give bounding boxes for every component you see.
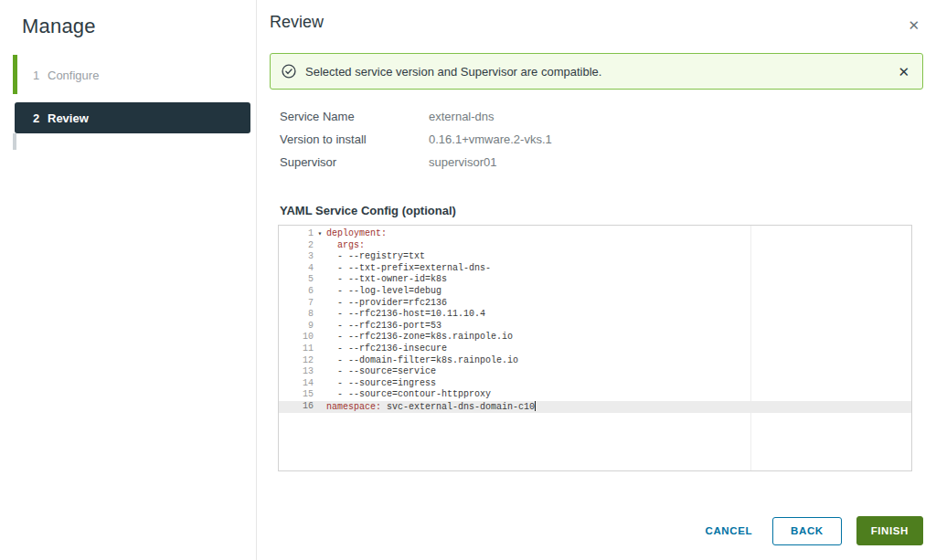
summary-fields: Service Name external-dns Version to ins… <box>280 105 923 174</box>
code-line[interactable]: 16namespace: svc-external-dns-domain-c10 <box>279 401 911 413</box>
fold-spacer <box>314 332 326 343</box>
yaml-value: svc-external-dns-domain-c10 <box>381 402 535 412</box>
step-rail-stub <box>13 133 16 150</box>
code-text: deployment: <box>326 228 911 240</box>
yaml-value: - --rfc2136-zone=k8s.rainpole.io <box>326 332 513 342</box>
code-line[interactable]: 8 - --rfc2136-host=10.11.10.4 <box>279 309 911 321</box>
code-text: - --domain-filter=k8s.rainpole.io <box>326 355 911 367</box>
step-number: 1 <box>33 69 48 82</box>
step-number: 2 <box>33 111 48 125</box>
code-text: - --rfc2136-zone=k8s.rainpole.io <box>326 332 911 343</box>
yaml-indent <box>326 240 337 250</box>
line-number: 12 <box>279 355 314 367</box>
wizard-steps: 1 Configure 2 Review <box>0 55 256 150</box>
wizard-sidebar: Manage 1 Configure 2 Review <box>0 0 257 560</box>
yaml-value: - --rfc2136-host=10.11.10.4 <box>326 309 485 319</box>
code-text: - --txt-prefix=external-dns- <box>326 263 911 275</box>
field-label: Version to install <box>280 132 429 146</box>
yaml-value: - --source=ingress <box>326 378 436 388</box>
field-value: 0.16.1+vmware.2-vks.1 <box>429 132 552 146</box>
fold-spacer <box>314 309 326 321</box>
yaml-key: namespace: <box>326 402 381 412</box>
line-number: 13 <box>279 366 314 378</box>
code-line[interactable]: 15 - --source=contour-httpproxy <box>279 389 911 401</box>
step-item-review[interactable]: 2 Review <box>15 102 250 133</box>
code-line[interactable]: 13 - --source=service <box>279 366 911 378</box>
page-title: Review <box>270 13 324 32</box>
yaml-value: - --source=contour-httpproxy <box>326 389 491 399</box>
line-number: 2 <box>279 240 314 252</box>
yaml-code-lines: 1▾deployment:2 args:3 - --registry=txt4 … <box>279 228 911 413</box>
field-row-version: Version to install 0.16.1+vmware.2-vks.1 <box>280 128 923 151</box>
alert-message: Selected service version and Supervisor … <box>305 65 894 79</box>
line-number: 5 <box>279 274 314 286</box>
code-text: - --txt-owner-id=k8s <box>326 274 911 286</box>
yaml-value: - --rfc2136-insecure <box>326 343 447 354</box>
text-caret <box>535 401 536 411</box>
code-text: - --source=ingress <box>326 378 911 390</box>
fold-spacer <box>314 366 326 378</box>
field-value: supervisor01 <box>429 155 496 169</box>
fold-caret-icon[interactable]: ▾ <box>314 228 326 240</box>
code-line[interactable]: 1▾deployment: <box>279 228 911 240</box>
code-text: - --rfc2136-port=53 <box>326 321 911 333</box>
code-line[interactable]: 3 - --registry=txt <box>279 251 911 263</box>
code-line[interactable]: 4 - --txt-prefix=external-dns- <box>279 263 911 275</box>
code-line[interactable]: 9 - --rfc2136-port=53 <box>279 321 911 333</box>
code-line[interactable]: 2 args: <box>279 240 911 252</box>
line-number: 8 <box>279 309 314 321</box>
fold-spacer <box>314 263 326 275</box>
fold-spacer <box>314 389 326 401</box>
step-label: Review <box>48 111 89 125</box>
code-line[interactable]: 14 - --source=ingress <box>279 378 911 390</box>
code-line[interactable]: 10 - --rfc2136-zone=k8s.rainpole.io <box>279 332 911 343</box>
dialog-title: Manage <box>22 15 256 38</box>
fold-spacer <box>314 401 326 413</box>
code-text: namespace: svc-external-dns-domain-c10 <box>326 401 911 413</box>
yaml-value: - --txt-owner-id=k8s <box>326 274 447 284</box>
back-button[interactable]: BACK <box>772 517 842 545</box>
code-line[interactable]: 11 - --rfc2136-insecure <box>279 343 911 355</box>
alert-close-button[interactable]: ✕ <box>894 63 913 80</box>
code-text: - --provider=rfc2136 <box>326 298 911 310</box>
code-text: args: <box>326 240 911 252</box>
line-number: 11 <box>279 343 314 355</box>
dialog-close-button[interactable]: ✕ <box>904 16 923 34</box>
code-text: - --source=service <box>326 366 911 378</box>
field-row-supervisor: Supervisor supervisor01 <box>280 151 923 174</box>
fold-spacer <box>314 378 326 390</box>
action-buttons: CANCEL BACK FINISH <box>700 516 923 545</box>
close-icon: ✕ <box>898 64 909 79</box>
step-progress-bar <box>13 55 17 94</box>
step-item-configure[interactable]: 1 Configure <box>13 55 250 96</box>
line-number: 14 <box>279 378 314 390</box>
yaml-value: - --registry=txt <box>326 251 425 261</box>
code-line[interactable]: 5 - --txt-owner-id=k8s <box>279 274 911 286</box>
code-line[interactable]: 7 - --provider=rfc2136 <box>279 298 911 310</box>
review-panel: Review ✕ Selected service version and Su… <box>257 0 936 560</box>
code-text: - --log-level=debug <box>326 286 911 298</box>
line-number: 7 <box>279 298 314 310</box>
panel-header: Review ✕ <box>270 13 923 34</box>
yaml-config-label: YAML Service Config (optional) <box>280 204 923 217</box>
field-label: Service Name <box>280 110 429 123</box>
yaml-value: - --rfc2136-port=53 <box>326 321 441 331</box>
yaml-key: deployment: <box>326 228 387 238</box>
code-text: - --source=contour-httpproxy <box>326 389 911 401</box>
yaml-value: - --txt-prefix=external-dns- <box>326 263 491 273</box>
yaml-value: - --log-level=debug <box>326 286 441 296</box>
fold-spacer <box>314 298 326 310</box>
code-line[interactable]: 12 - --domain-filter=k8s.rainpole.io <box>279 355 911 367</box>
finish-button[interactable]: FINISH <box>856 516 923 545</box>
yaml-value: - --provider=rfc2136 <box>326 298 447 308</box>
line-number: 1 <box>279 228 314 240</box>
yaml-value: - --source=service <box>326 366 436 376</box>
check-circle-icon <box>282 64 296 79</box>
fold-spacer <box>314 274 326 286</box>
code-line[interactable]: 6 - --log-level=debug <box>279 286 911 298</box>
cancel-button[interactable]: CANCEL <box>700 518 759 544</box>
field-value: external-dns <box>429 110 495 123</box>
yaml-editor[interactable]: 1▾deployment:2 args:3 - --registry=txt4 … <box>278 225 912 471</box>
line-number: 4 <box>279 263 314 275</box>
line-number: 10 <box>279 332 314 343</box>
